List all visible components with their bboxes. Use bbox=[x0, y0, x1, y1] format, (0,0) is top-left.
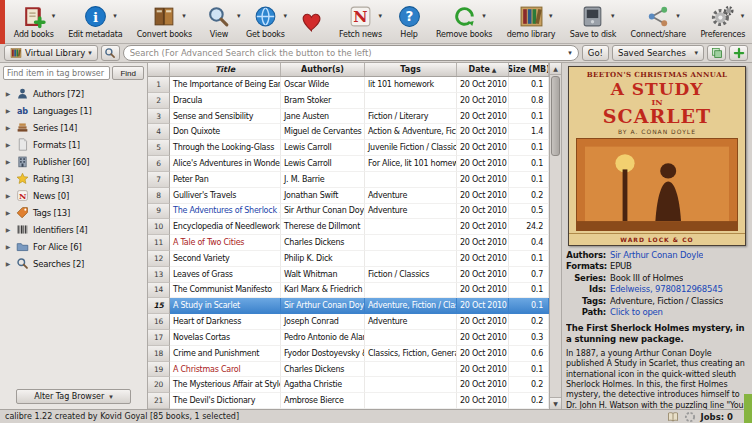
table-row[interactable]: 16Heart of DarknessJoseph ConradAdventur… bbox=[148, 314, 549, 330]
table-row[interactable]: 11A Tale of Two CitiesCharles Dickens20 … bbox=[148, 235, 549, 251]
dropdown-arrow-icon[interactable]: ▾ bbox=[676, 13, 680, 20]
detail-value[interactable]: Edelweiss, 9780812968545 bbox=[610, 284, 723, 295]
tag-browser-item-identifiers[interactable]: ▶Identifiers [4] bbox=[2, 221, 145, 238]
table-scrollbar[interactable]: ▲ ▼ bbox=[549, 63, 561, 409]
dropdown-arrow-icon[interactable]: ▾ bbox=[237, 13, 241, 20]
toolbar-button-help[interactable]: ?Help bbox=[392, 1, 427, 43]
tag-browser-item-searches[interactable]: ▶Searches [2] bbox=[2, 255, 145, 272]
tag-find-input[interactable] bbox=[3, 66, 110, 80]
expand-arrow-icon[interactable]: ▶ bbox=[4, 90, 12, 97]
table-row[interactable]: 3Sense and SensibilityJane AustenFiction… bbox=[148, 109, 549, 125]
column-header-title[interactable]: Title bbox=[170, 63, 281, 76]
tag-browser-item-rating[interactable]: ▶Rating [3] bbox=[2, 170, 145, 187]
tag-browser-item-series[interactable]: ▶Series [14] bbox=[2, 119, 145, 136]
dropdown-arrow-icon[interactable]: ▾ bbox=[741, 13, 745, 20]
table-row[interactable]: 20The Mysterious Affair at StylesAgatha … bbox=[148, 377, 549, 393]
scrollbar-thumb[interactable] bbox=[551, 76, 560, 156]
toolbar-button-get-books[interactable]: ▾Get books bbox=[241, 1, 289, 43]
expand-arrow-icon[interactable]: ▶ bbox=[4, 192, 12, 199]
expand-arrow-icon[interactable]: ▶ bbox=[4, 243, 12, 250]
tag-browser-item-news[interactable]: ▶NNews [0] bbox=[2, 187, 145, 204]
toolbar-button-save-to-disk[interactable]: ▾Save to disk bbox=[565, 1, 621, 43]
get-books-icon bbox=[253, 4, 278, 29]
scroll-up-arrow-icon[interactable]: ▲ bbox=[550, 63, 561, 75]
scroll-down-arrow-icon[interactable]: ▼ bbox=[550, 397, 561, 409]
expand-arrow-icon[interactable]: ▶ bbox=[4, 158, 12, 165]
search-history-dropdown-icon[interactable]: ▾ bbox=[568, 49, 572, 57]
tag-browser-item-authors[interactable]: ▶Authors [72] bbox=[2, 85, 145, 102]
tag-browser-item-for-alice[interactable]: ▶For Alice [6] bbox=[2, 238, 145, 255]
table-row[interactable]: 18Crime and PunishmentFyodor Dostoyevsky… bbox=[148, 346, 549, 362]
table-row[interactable]: 17Novelas CortasPedro Antonio de Alarcón… bbox=[148, 330, 549, 346]
column-header-size[interactable]: Size (MB) bbox=[509, 63, 549, 76]
toolbar-button-edit-metadata[interactable]: i▾Edit metadata bbox=[63, 1, 127, 43]
column-header-authors[interactable]: Author(s) bbox=[281, 63, 365, 76]
dropdown-arrow-icon[interactable]: ▾ bbox=[549, 13, 553, 20]
table-row[interactable]: 10Encyclopedia of NeedleworkTherese de D… bbox=[148, 219, 549, 235]
table-row[interactable]: 5Through the Looking-GlassLewis CarrollJ… bbox=[148, 140, 549, 156]
toolbar-button-connect-share[interactable]: ▾Connect/share bbox=[626, 1, 691, 43]
toolbar-button-preferences[interactable]: ▾Preferences bbox=[696, 1, 750, 43]
expand-arrow-icon[interactable]: ▶ bbox=[4, 260, 12, 267]
book-details-toggle-icon[interactable] bbox=[667, 411, 679, 423]
dropdown-arrow-icon[interactable]: ▾ bbox=[113, 13, 117, 20]
table-row[interactable]: 13Leaves of GrassWalt WhitmanFiction / C… bbox=[148, 267, 549, 283]
searches-icon bbox=[16, 257, 29, 270]
toolbar-button-view[interactable]: ▾View bbox=[202, 1, 237, 43]
book-cover[interactable]: BEETON'S CHRISTMAS ANNUAL A STUDY IN SCA… bbox=[568, 66, 746, 246]
advanced-search-button[interactable] bbox=[101, 45, 120, 61]
dropdown-arrow-icon[interactable]: ▾ bbox=[182, 13, 186, 20]
jobs-indicator[interactable]: Jobs: 0 bbox=[701, 412, 733, 422]
column-header-rownum[interactable] bbox=[148, 63, 170, 76]
tag-find-button[interactable]: Find bbox=[112, 66, 144, 80]
table-row[interactable]: 7Peter PanJ. M. Barrie20 Oct 20100.1 bbox=[148, 172, 549, 188]
alter-tag-browser-button[interactable]: Alter Tag Browser ▾ bbox=[16, 389, 131, 404]
table-row[interactable]: 14The Communist ManifestoKarl Marx & Fri… bbox=[148, 283, 549, 299]
dropdown-arrow-icon[interactable]: ▾ bbox=[283, 13, 287, 20]
copy-search-to-saved-button[interactable] bbox=[707, 45, 726, 61]
dropdown-arrow-icon[interactable]: ▾ bbox=[378, 13, 382, 20]
table-row[interactable]: 9The Adventures of Sherlock ...Sir Arthu… bbox=[148, 204, 549, 220]
tag-browser-item-languages[interactable]: ▶abLanguages [1] bbox=[2, 102, 145, 119]
toolbar-button-fetch-news[interactable]: N▾Fetch news bbox=[334, 1, 386, 43]
saved-searches-select[interactable]: Saved Searches ▾ bbox=[612, 45, 704, 61]
status-text: calibre 1.22 created by Kovid Goyal [85 … bbox=[5, 412, 239, 421]
table-row[interactable]: 1The Importance of Being Ear...Oscar Wil… bbox=[148, 77, 549, 93]
detail-value[interactable]: Click to open bbox=[610, 307, 663, 318]
expand-arrow-icon[interactable]: ▶ bbox=[4, 107, 12, 114]
expand-arrow-icon[interactable]: ▶ bbox=[4, 226, 12, 233]
table-row[interactable]: 2DraculaBram Stoker20 Oct 20100.8 bbox=[148, 93, 549, 109]
expand-arrow-icon[interactable]: ▶ bbox=[4, 124, 12, 131]
table-row[interactable]: 19A Christmas CarolCharles Dickens20 Oct… bbox=[148, 362, 549, 378]
tag-browser-item-tags[interactable]: ▶Tags [13] bbox=[2, 204, 145, 221]
virtual-library-button[interactable]: Virtual Library ▾ bbox=[4, 45, 98, 61]
table-row[interactable]: 6Alice's Adventures in Wonder...Lewis Ca… bbox=[148, 156, 549, 172]
tag-browser-item-publisher[interactable]: ▶Publisher [60] bbox=[2, 153, 145, 170]
table-row[interactable]: 8Gulliver's TravelsJonathan SwiftAdventu… bbox=[148, 188, 549, 204]
jobs-spinner-icon[interactable] bbox=[684, 411, 696, 423]
expand-arrow-icon[interactable]: ▶ bbox=[4, 141, 12, 148]
column-header-tags[interactable]: Tags bbox=[365, 63, 457, 76]
dropdown-arrow-icon[interactable]: ▾ bbox=[611, 13, 615, 20]
dropdown-arrow-icon[interactable]: ▾ bbox=[482, 13, 486, 20]
table-row[interactable]: 4Don QuixoteMiguel de Cervantes Saa...Ac… bbox=[148, 124, 549, 140]
table-row[interactable]: 12Second VarietyPhilip K. Dick20 Oct 201… bbox=[148, 251, 549, 267]
tag-browser-item-formats[interactable]: ▶Formats [1] bbox=[2, 136, 145, 153]
cell-authors: J. M. Barrie bbox=[281, 172, 365, 188]
search-go-button[interactable]: Go! bbox=[582, 45, 609, 61]
detail-value[interactable]: Sir Arthur Conan Doyle bbox=[610, 250, 703, 261]
table-row[interactable]: 21The Devil's DictionaryAmbrose Bierce20… bbox=[148, 393, 549, 409]
toolbar-button-convert-books[interactable]: ▾Convert books bbox=[132, 1, 197, 43]
table-row[interactable]: 15A Study in ScarletSir Arthur Conan Doy… bbox=[148, 298, 549, 314]
expand-arrow-icon[interactable]: ▶ bbox=[4, 175, 12, 182]
toolbar-button-library[interactable]: ▾demo library bbox=[502, 1, 560, 43]
toolbar-button-remove-books[interactable]: ▾Remove books bbox=[431, 1, 497, 43]
add-saved-search-button[interactable] bbox=[729, 45, 748, 61]
toolbar-button-donate[interactable] bbox=[295, 1, 330, 43]
dropdown-arrow-icon[interactable]: ▾ bbox=[52, 13, 56, 20]
toolbar-button-add-books[interactable]: ▾Add books bbox=[9, 1, 58, 43]
search-input[interactable] bbox=[130, 48, 566, 58]
column-header-date[interactable]: Date ▲ bbox=[457, 63, 509, 76]
cell-date: 20 Oct 2010 bbox=[457, 314, 509, 330]
expand-arrow-icon[interactable]: ▶ bbox=[4, 209, 12, 216]
